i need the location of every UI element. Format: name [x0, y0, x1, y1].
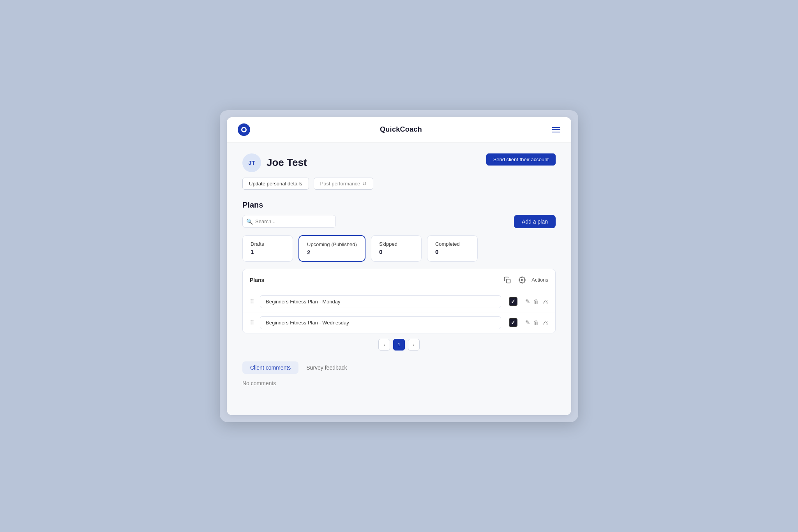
- tab-card-skipped[interactable]: Skipped 0: [371, 235, 422, 262]
- no-comments-text: No comments: [242, 380, 556, 386]
- tab-card-completed[interactable]: Completed 0: [427, 235, 478, 262]
- tab-count-drafts: 1: [251, 248, 285, 255]
- tab-count-skipped: 0: [379, 248, 413, 255]
- tab-label-drafts: Drafts: [251, 241, 285, 247]
- plans-table-header: Plans: [243, 269, 555, 291]
- menu-bar-3: [552, 132, 560, 132]
- search-wrapper: 🔍: [242, 215, 336, 228]
- delete-icon-monday[interactable]: 🗑: [533, 298, 539, 305]
- edit-icon-wednesday[interactable]: ✎: [525, 319, 530, 326]
- actions-label: Actions: [531, 277, 548, 283]
- page-1-button[interactable]: 1: [393, 339, 405, 351]
- past-performance-label: Past performance: [320, 181, 360, 187]
- drag-handle-icon[interactable]: ⠿: [250, 298, 254, 305]
- plan-name-monday: Beginners Fitness Plan - Monday: [260, 295, 501, 308]
- send-account-button[interactable]: Send client their account: [486, 153, 556, 166]
- add-plan-button[interactable]: Add a plan: [514, 215, 556, 228]
- edit-icon-monday[interactable]: ✎: [525, 298, 530, 305]
- tab-label-upcoming: Upcoming (Published): [307, 241, 357, 247]
- update-details-button[interactable]: Update personal details: [242, 178, 309, 190]
- send-btn-wrapper: Send client their account: [486, 153, 556, 166]
- search-icon: 🔍: [246, 218, 253, 225]
- header: QuickCoach: [227, 117, 571, 143]
- table-row: ⠿ Beginners Fitness Plan - Wednesday ✓ ✎…: [243, 312, 555, 333]
- app-logo[interactable]: [238, 123, 250, 136]
- search-input[interactable]: [242, 215, 336, 228]
- delete-icon-wednesday[interactable]: 🗑: [533, 319, 539, 326]
- app-window: QuickCoach JT Joe Test Send client their…: [227, 117, 571, 415]
- tab-count-completed: 0: [435, 248, 470, 255]
- tab-count-upcoming: 2: [307, 249, 357, 255]
- plan-name-wednesday: Beginners Fitness Plan - Wednesday: [260, 316, 501, 329]
- prev-page-button[interactable]: ‹: [378, 339, 390, 351]
- profile-area: JT Joe Test Send client their account Up…: [242, 153, 556, 190]
- plan-checkbox-monday[interactable]: ✓: [509, 297, 517, 306]
- plans-table-title: Plans: [250, 277, 264, 283]
- tab-label-completed: Completed: [435, 241, 470, 247]
- pagination: ‹ 1 ›: [242, 339, 556, 351]
- comments-tabs: Client comments Survey feedback: [242, 361, 556, 374]
- client-name: Joe Test: [267, 157, 307, 169]
- svg-point-1: [521, 279, 523, 281]
- tab-cards: Drafts 1 Upcoming (Published) 2 Skipped …: [242, 235, 556, 262]
- table-row: ⠿ Beginners Fitness Plan - Monday ✓ ✎ 🗑 …: [243, 291, 555, 312]
- menu-bar-2: [552, 129, 560, 130]
- drag-handle-icon[interactable]: ⠿: [250, 319, 254, 326]
- checkmark-icon: ✓: [511, 298, 516, 305]
- survey-feedback-tab[interactable]: Survey feedback: [298, 361, 355, 374]
- svg-rect-0: [507, 279, 510, 283]
- logo-inner-circle: [241, 127, 247, 132]
- avatar: JT: [242, 153, 261, 172]
- plans-table: Plans: [242, 269, 556, 333]
- settings-icon[interactable]: [517, 275, 528, 285]
- plan-checkbox-wednesday[interactable]: ✓: [509, 318, 517, 327]
- app-title: QuickCoach: [380, 125, 422, 134]
- checkmark-icon: ✓: [511, 319, 516, 326]
- copy-icon[interactable]: [502, 275, 513, 285]
- main-content: JT Joe Test Send client their account Up…: [227, 143, 571, 415]
- comments-section: Client comments Survey feedback No comme…: [242, 361, 556, 386]
- print-icon-wednesday[interactable]: 🖨: [542, 319, 548, 326]
- plan-actions-wednesday: ✎ 🗑 🖨: [525, 319, 548, 326]
- next-page-button[interactable]: ›: [408, 339, 420, 351]
- menu-bar-1: [552, 127, 560, 128]
- tab-card-drafts[interactable]: Drafts 1: [242, 235, 293, 262]
- print-icon-monday[interactable]: 🖨: [542, 298, 548, 305]
- tab-card-upcoming[interactable]: Upcoming (Published) 2: [298, 235, 365, 262]
- plans-header-row: Plans: [242, 201, 556, 210]
- history-icon: ↺: [362, 181, 367, 187]
- action-buttons: Update personal details Past performance…: [242, 178, 556, 190]
- tab-label-skipped: Skipped: [379, 241, 413, 247]
- plan-actions-monday: ✎ 🗑 🖨: [525, 298, 548, 305]
- outer-container: QuickCoach JT Joe Test Send client their…: [220, 110, 578, 422]
- client-comments-tab[interactable]: Client comments: [242, 361, 298, 374]
- past-performance-button[interactable]: Past performance ↺: [314, 178, 374, 190]
- menu-icon[interactable]: [552, 127, 560, 132]
- plans-section-title: Plans: [242, 201, 263, 210]
